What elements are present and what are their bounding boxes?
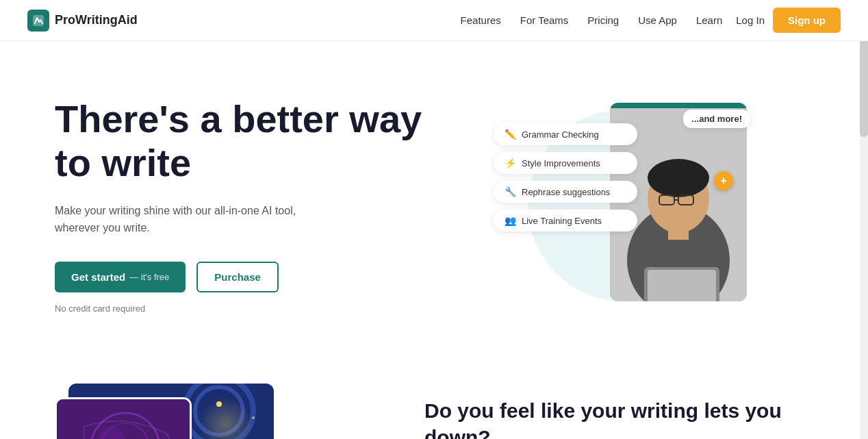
hero-title: There's a better way to write bbox=[55, 97, 434, 186]
illustration-container: ✏️ Grammar Checking ⚡ Style Improvements… bbox=[494, 89, 754, 322]
get-started-button[interactable]: Get started — it's free bbox=[55, 262, 186, 292]
training-label: Live Training Events bbox=[522, 216, 602, 226]
nav-features[interactable]: Features bbox=[461, 14, 501, 26]
more-bubble: ...and more! bbox=[683, 110, 750, 128]
style-icon: ⚡ bbox=[505, 158, 516, 168]
get-started-label: Get started bbox=[71, 271, 125, 283]
svg-point-19 bbox=[252, 416, 255, 419]
more-label: ...and more! bbox=[691, 114, 742, 124]
grammar-icon: ✏️ bbox=[505, 129, 516, 140]
art-card-front: My idea in my head bbox=[55, 397, 192, 439]
navbar: ProWritingAid Features For Teams Pricing… bbox=[0, 0, 868, 41]
nav-pricing[interactable]: Pricing bbox=[587, 14, 619, 26]
nav-for-teams[interactable]: For Teams bbox=[520, 14, 569, 26]
nav-links: Features For Teams Pricing Use App Learn bbox=[461, 14, 723, 27]
grammar-label: Grammar Checking bbox=[522, 129, 599, 140]
svg-rect-24 bbox=[57, 399, 192, 439]
svg-rect-11 bbox=[648, 270, 716, 301]
no-credit-text: No credit card required bbox=[55, 303, 434, 314]
free-label: — it's free bbox=[129, 272, 169, 282]
feature-card-style: ⚡ Style Improvements bbox=[494, 152, 637, 174]
plus-badge: + bbox=[714, 171, 733, 190]
section-two-title: Do you feel like your writing lets you d… bbox=[424, 397, 813, 439]
scrollbar[interactable] bbox=[860, 0, 868, 439]
art-cards: My idea in my head bbox=[55, 384, 288, 439]
feature-cards: ✏️ Grammar Checking ⚡ Style Improvements… bbox=[494, 123, 637, 231]
style-label: Style Improvements bbox=[522, 158, 600, 168]
rephrase-label: Rephrase suggestions bbox=[522, 187, 610, 197]
section-two-image: My idea in my head bbox=[55, 384, 383, 439]
hero-buttons: Get started — it's free Purchase bbox=[55, 262, 434, 292]
hero-content: There's a better way to write Make your … bbox=[55, 97, 434, 314]
section-two: My idea in my head Do you feel like your… bbox=[0, 356, 868, 439]
brand-name: ProWritingAid bbox=[55, 13, 138, 27]
section-two-text: Do you feel like your writing lets you d… bbox=[424, 384, 813, 439]
login-button[interactable]: Log In bbox=[736, 14, 765, 26]
purchase-button[interactable]: Purchase bbox=[196, 262, 279, 292]
hero-section: There's a better way to write Make your … bbox=[0, 41, 868, 356]
feature-card-rephrase: 🔧 Rephrase suggestions bbox=[494, 181, 637, 203]
logo-icon bbox=[27, 10, 49, 32]
hero-subtitle: Make your writing shine with our all-in-… bbox=[55, 202, 342, 237]
feature-card-training: 👥 Live Training Events bbox=[494, 210, 637, 231]
purple-art-bg bbox=[57, 399, 190, 439]
svg-rect-9 bbox=[610, 103, 747, 108]
hero-illustration: ✏️ Grammar Checking ⚡ Style Improvements… bbox=[434, 82, 813, 329]
svg-point-17 bbox=[216, 401, 222, 407]
signup-button[interactable]: Sign up bbox=[773, 8, 841, 33]
logo[interactable]: ProWritingAid bbox=[27, 10, 138, 32]
nav-learn[interactable]: Learn bbox=[696, 14, 722, 26]
feature-card-grammar: ✏️ Grammar Checking bbox=[494, 123, 637, 145]
training-icon: 👥 bbox=[505, 215, 516, 226]
nav-use-app[interactable]: Use App bbox=[638, 14, 677, 26]
rephrase-icon: 🔧 bbox=[505, 186, 516, 197]
svg-point-5 bbox=[648, 159, 709, 197]
